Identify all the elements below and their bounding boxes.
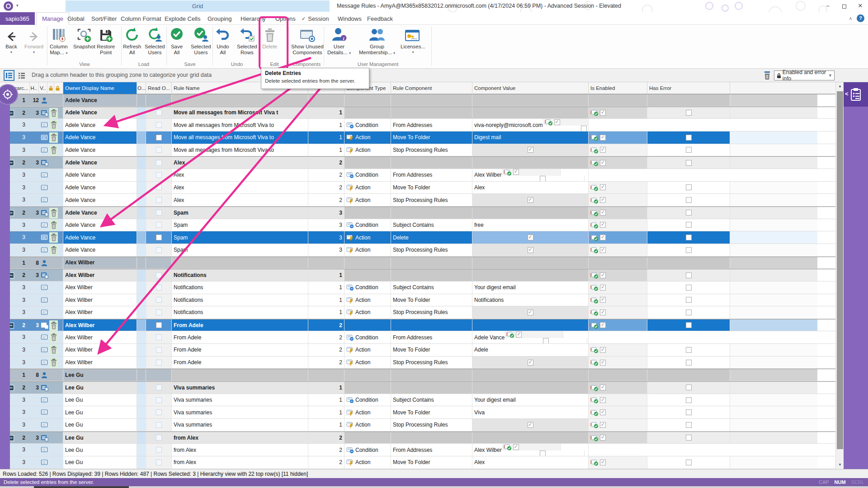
cell-has-error[interactable] <box>647 219 730 231</box>
cell-has-error[interactable] <box>647 406 730 418</box>
table-row[interactable]: 3 Alex Wilber Notifications 1 Condition … <box>0 282 835 294</box>
cell-owner[interactable]: Alex Wilber <box>63 257 137 269</box>
cell-component-value[interactable]: Alex <box>472 182 589 194</box>
cell-read-only[interactable] <box>146 182 172 194</box>
cell-is-enabled[interactable] <box>589 244 647 256</box>
checkbox[interactable] <box>600 272 606 278</box>
cell-component-value[interactable] <box>472 382 589 394</box>
cell-owner[interactable]: Alex Wilber <box>63 269 137 281</box>
cell-owner[interactable]: Adele Vance <box>63 207 137 219</box>
header-has-error[interactable]: Has Error <box>647 82 730 94</box>
licenses-button[interactable]: Licenses...▾ <box>401 26 425 54</box>
checkbox[interactable] <box>554 119 560 125</box>
tab-feedback[interactable]: Feedback <box>362 12 398 25</box>
cell-is-enabled[interactable] <box>589 131 647 144</box>
cell-owner[interactable]: Alex Wilber <box>63 294 137 306</box>
cell-read-only[interactable] <box>146 207 172 219</box>
cell-rule-name[interactable]: Spam <box>172 231 308 244</box>
checkbox[interactable] <box>540 450 546 456</box>
cell-component-value[interactable] <box>472 257 589 269</box>
cell-rule-name[interactable]: Move all messages from Microsoft Viva t <box>172 107 308 119</box>
checkbox[interactable] <box>600 397 606 403</box>
cell-sequence[interactable]: 1 <box>308 394 344 406</box>
checkbox[interactable] <box>600 409 606 415</box>
cell-component-value[interactable]: viva-noreply@microsoft.com <box>472 119 589 131</box>
scroll-up-button[interactable]: ▲ <box>836 82 844 90</box>
checkbox[interactable] <box>600 385 606 390</box>
cell-owner[interactable]: Lee Gu <box>63 456 137 469</box>
cell-read-only[interactable] <box>146 432 172 444</box>
cell-is-enabled[interactable] <box>589 406 647 418</box>
cell-read-only[interactable] <box>146 157 172 169</box>
cell-has-error[interactable] <box>647 282 730 294</box>
cell-component-type[interactable] <box>344 257 391 269</box>
trash-icon[interactable] <box>51 322 57 329</box>
checkbox[interactable] <box>600 147 606 153</box>
cell-sequence[interactable]: 2 <box>308 331 344 343</box>
cell-is-enabled[interactable] <box>589 319 647 331</box>
cell-component-value[interactable] <box>472 194 589 206</box>
cell-component-type[interactable] <box>344 432 391 444</box>
cell-rule-component[interactable]: Move To Folder <box>391 131 472 144</box>
cell-component-type[interactable]: Action <box>344 194 391 206</box>
table-row[interactable]: 3 Lee Gu from Alex 2 Action Move To Fold… <box>0 456 835 469</box>
cell-rule-name[interactable]: Notifications <box>172 269 308 281</box>
cell-component-value[interactable]: Alex Wilber <box>472 169 589 181</box>
cell-o[interactable] <box>137 419 146 431</box>
cell-owner[interactable]: Adele Vance <box>63 119 137 131</box>
cell-sequence[interactable]: 3 <box>308 219 344 231</box>
cell-component-value[interactable] <box>472 107 589 119</box>
checkbox[interactable] <box>600 135 606 141</box>
checkbox[interactable] <box>156 310 162 315</box>
cell-component-value[interactable] <box>472 244 589 256</box>
minimize-button[interactable]: – <box>823 2 833 10</box>
undo-all-button[interactable]: UndoAll <box>215 26 231 56</box>
cell-rule-name[interactable]: Viva summaries <box>172 382 308 394</box>
cell-rule-name[interactable]: Spam <box>172 207 308 219</box>
cell-owner[interactable]: Adele Vance <box>63 157 137 169</box>
show-unused-components-button[interactable]: Show UnusedComponents <box>291 26 324 56</box>
checkbox[interactable] <box>156 435 162 441</box>
checkbox[interactable] <box>528 197 533 203</box>
cell-rule-component[interactable]: Move To Folder <box>391 182 472 194</box>
cell-is-enabled[interactable] <box>589 182 647 194</box>
checkbox[interactable] <box>686 322 692 328</box>
cell-read-only[interactable] <box>146 357 172 369</box>
checkbox[interactable] <box>156 397 162 403</box>
table-row[interactable]: 3 Adele Vance Spam 3 Action Stop Process… <box>0 244 835 257</box>
cell-o[interactable] <box>137 269 146 281</box>
cell-is-enabled[interactable] <box>589 419 647 431</box>
cell-component-type[interactable]: Action <box>344 406 391 418</box>
cell-rule-name[interactable]: Alex <box>172 169 308 181</box>
tab-session[interactable]: ✓Session <box>296 12 334 25</box>
cell-o[interactable] <box>137 107 146 119</box>
table-row[interactable]: 3 Adele Vance Alex 2 Action Move To Fold… <box>0 182 835 194</box>
group-row[interactable]: − 2 3 Lee Gu Viva summaries 1 <box>0 381 835 394</box>
trash-icon[interactable] <box>51 134 57 141</box>
row-delete-indicator[interactable] <box>49 357 58 368</box>
cell-rule-name[interactable]: Move all messages from Microsoft Viva to <box>172 144 308 156</box>
checkbox[interactable] <box>686 135 692 141</box>
cell-o[interactable] <box>137 319 146 331</box>
cell-has-error[interactable] <box>647 231 730 244</box>
cell-owner[interactable]: Lee Gu <box>63 419 137 431</box>
cell-is-enabled[interactable] <box>589 157 647 169</box>
cell-sequence[interactable]: 1 <box>308 269 344 281</box>
checkbox[interactable] <box>686 110 692 116</box>
cell-component-value[interactable] <box>472 357 589 369</box>
checkbox[interactable] <box>156 210 162 216</box>
cell-o[interactable] <box>137 444 146 456</box>
cell-is-enabled[interactable] <box>589 231 647 244</box>
cell-rule-name[interactable]: from Alex <box>172 456 308 469</box>
table-row[interactable]: 3 Adele Vance Spam 3 Action Delete <box>0 231 835 244</box>
cell-rule-component[interactable] <box>391 94 472 106</box>
group-row[interactable]: − 2 3 Adele Vance Alex 2 <box>0 156 835 169</box>
checkbox[interactable] <box>156 385 162 390</box>
cell-rule-name[interactable]: from Alex <box>172 432 308 444</box>
tab-hierarchy[interactable]: Hierarchy <box>235 12 271 25</box>
cell-owner[interactable]: Adele Vance <box>63 131 137 144</box>
cell-rule-component[interactable]: Delete <box>391 231 472 244</box>
cell-rule-component[interactable]: From Addresses <box>391 444 472 456</box>
cell-has-error[interactable] <box>647 182 730 194</box>
cell-component-value[interactable]: Your digest email <box>472 282 589 294</box>
